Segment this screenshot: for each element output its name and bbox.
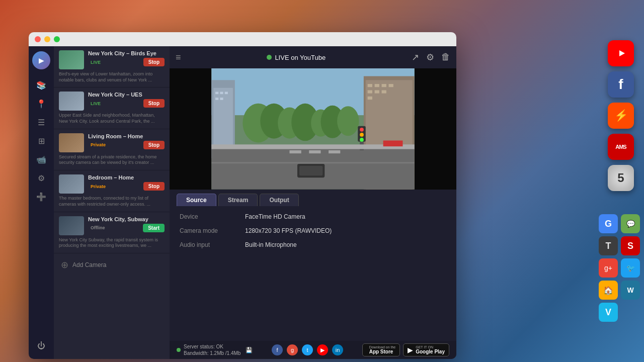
svg-rect-7 [215, 98, 218, 100]
sidebar-icon-video[interactable]: 📹 [33, 151, 49, 167]
sidebar-icon-list[interactable]: ☰ [33, 114, 49, 130]
zapier-app-icon[interactable]: ⚡ [608, 103, 634, 129]
add-camera-label: Add Camera [72, 261, 106, 268]
cluster-icon-wp[interactable]: W [621, 281, 640, 300]
source-row-audio-input: Audio input Built-in Microphone [180, 241, 446, 248]
number5-icon[interactable]: 5 [608, 165, 634, 191]
delete-icon[interactable]: 🗑 [441, 52, 450, 63]
add-icon: ⊕ [61, 259, 68, 270]
sidebar-icon-power[interactable]: ⏻ [33, 338, 49, 354]
app-logo[interactable] [32, 51, 50, 69]
add-camera-button[interactable]: ⊕ Add Camera [54, 253, 170, 277]
camera-entry-0[interactable]: New York City – Birds Eye LIVE Stop Bird… [54, 46, 170, 87]
camera-entry-1[interactable]: New York City – UES LIVE Stop Upper East… [54, 87, 170, 129]
device-value: FaceTime HD Camera [245, 213, 305, 220]
camera-info-2: Living Room – Home Private Stop [88, 133, 165, 149]
cluster-icon-s[interactable]: S [621, 236, 640, 255]
audio-input-value: Built-in Microphone [245, 241, 297, 248]
share-icon[interactable]: ↗ [412, 52, 419, 63]
server-status: Server status: OK Bandwidth: 1.2Mb /1.4M… [177, 343, 253, 356]
camera-entry-4[interactable]: New York City, Subway Offline Start New … [54, 212, 170, 253]
title-bar [29, 32, 456, 46]
cluster-icon-g2[interactable]: g+ [599, 258, 618, 278]
cluster-icon-home[interactable]: 🏠 [599, 281, 618, 300]
source-row-device: Device FaceTime HD Camera [180, 213, 446, 220]
social-youtube-icon[interactable]: ▶ [317, 344, 328, 355]
cluster-icon-t[interactable]: T [599, 236, 618, 255]
disk-icon: 💾 [246, 347, 253, 353]
adobe-ams-icon[interactable]: AMS [608, 134, 634, 160]
svg-rect-6 [225, 92, 228, 95]
app-store-badge[interactable]: Download on the App Store [362, 343, 400, 356]
social-google-icon[interactable]: g [287, 344, 298, 355]
camera-thumb-2 [59, 133, 84, 152]
settings-icon[interactable]: ⚙ [426, 52, 434, 63]
audio-input-label: Audio input [180, 241, 245, 248]
camera-entry-2[interactable]: Living Room – Home Private Stop Secured … [54, 129, 170, 170]
server-status-text: Server status: OK Bandwidth: 1.2Mb /1.4M… [184, 343, 240, 356]
app-store-main: App Store [369, 349, 396, 354]
camera-mode-value: 644x362 30 FPS (RAWVIDEO) [245, 227, 332, 234]
top-bar-actions: ↗ ⚙ 🗑 [412, 52, 450, 63]
icon-sidebar: 📚 📍 ☰ ⊞ 📹 ⚙ ➕ ⏻ [29, 46, 54, 359]
facebook-app-icon[interactable]: f [608, 71, 634, 98]
svg-rect-30 [329, 150, 340, 153]
status-badge-1: LIVE [88, 101, 103, 107]
svg-rect-29 [309, 150, 320, 153]
server-status-dot [177, 348, 181, 352]
tab-stream[interactable]: Stream [218, 194, 258, 206]
cluster-icon-g[interactable]: G [599, 214, 618, 233]
stop-button-2[interactable]: Stop [143, 141, 165, 149]
tab-source[interactable]: Source [177, 194, 216, 206]
cluster-icon-v[interactable]: V [599, 303, 618, 322]
sidebar-icon-books[interactable]: 📚 [33, 77, 49, 93]
youtube-app-icon[interactable] [608, 40, 634, 66]
stop-button-1[interactable]: Stop [143, 99, 165, 108]
live-status-text: LIVE on YouTube [275, 54, 326, 61]
camera-entry-3[interactable]: Bedroom – Home Private Stop The master b… [54, 170, 170, 212]
camera-name-4: New York City, Subway [88, 216, 165, 222]
stop-button-3[interactable]: Stop [143, 182, 165, 191]
app-store-text: Download on the App Store [369, 345, 396, 354]
start-button-4[interactable]: Start [143, 224, 165, 232]
camera-info-3: Bedroom – Home Private Stop [88, 174, 165, 191]
camera-desc-0: Bird's-eye view of Lower Manhattan, zoom… [59, 71, 165, 83]
svg-rect-27 [211, 162, 414, 163]
tab-output[interactable]: Output [260, 194, 298, 206]
svg-rect-14 [389, 84, 393, 87]
camera-thumb-4 [59, 216, 84, 235]
sidebar-icon-location[interactable]: 📍 [33, 96, 49, 112]
sidebar-icon-plus[interactable]: ➕ [33, 189, 49, 205]
main-content: ≡ LIVE on YouTube ↗ ⚙ 🗑 [170, 46, 456, 359]
maximize-button[interactable] [54, 36, 60, 42]
close-button[interactable] [35, 36, 41, 42]
google-play-badge[interactable]: ▶ GET IT ON Google Play [403, 343, 449, 356]
status-badge-2: Private [88, 142, 108, 148]
camera-thumb-0 [59, 50, 84, 69]
social-linkedin-icon[interactable]: in [332, 344, 343, 355]
bottom-right-cluster: G 💬 T S g+ 🐦 🏠 W V [599, 214, 640, 322]
app-store-sub: Download on the [369, 345, 396, 349]
svg-rect-5 [220, 92, 223, 95]
camera-desc-2: Secured stream of a private residence, t… [59, 154, 165, 166]
stop-button-0[interactable]: Stop [143, 58, 165, 66]
sidebar-icon-settings[interactable]: ⚙ [33, 170, 49, 186]
bandwidth-text: Bandwidth: 1.2Mb /1.4Mb [184, 350, 240, 356]
camera-list: New York City – Birds Eye LIVE Stop Bird… [54, 46, 170, 359]
social-twitter-icon[interactable]: t [302, 344, 313, 355]
source-panel: Device FaceTime HD Camera Camera mode 12… [170, 206, 456, 341]
minimize-button[interactable] [44, 36, 50, 42]
sidebar-icon-grid[interactable]: ⊞ [33, 133, 49, 149]
video-preview [170, 68, 456, 190]
svg-rect-28 [289, 150, 301, 153]
footer: Server status: OK Bandwidth: 1.2Mb /1.4M… [170, 341, 456, 359]
google-play-icon: ▶ [408, 346, 413, 354]
cluster-icon-twitter[interactable]: 🐦 [621, 258, 640, 278]
cluster-icon-chat[interactable]: 💬 [621, 214, 640, 233]
live-status-dot [267, 55, 272, 60]
camera-name-1: New York City – UES [88, 92, 165, 98]
menu-icon[interactable]: ≡ [176, 52, 181, 63]
google-play-text: GET IT ON Google Play [416, 345, 445, 354]
social-facebook-icon[interactable]: f [272, 344, 283, 355]
status-badge-0: LIVE [88, 59, 103, 65]
